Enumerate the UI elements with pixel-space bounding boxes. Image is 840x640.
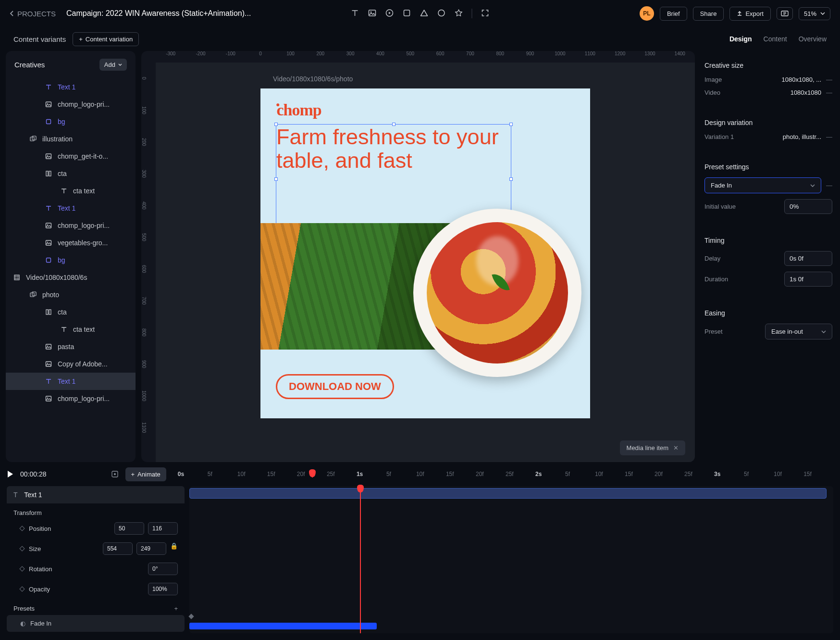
resize-handle[interactable] bbox=[392, 123, 395, 126]
brief-button[interactable]: Brief bbox=[660, 7, 687, 21]
star-tool-icon[interactable] bbox=[455, 9, 463, 18]
circle-tool-icon[interactable] bbox=[437, 9, 446, 18]
canvas-label: Video/1080x1080/6s/photo bbox=[273, 75, 353, 83]
add-preset-button[interactable]: + bbox=[174, 605, 178, 612]
properties-panel: Creative size Image1080x1080, ...— Video… bbox=[701, 51, 840, 462]
opacity-input[interactable] bbox=[148, 583, 178, 595]
initial-value-input[interactable] bbox=[784, 199, 832, 214]
upload-icon bbox=[737, 11, 742, 16]
preset-select[interactable]: Fade In bbox=[704, 177, 821, 193]
size-h-input[interactable] bbox=[136, 542, 166, 555]
tab-design[interactable]: Design bbox=[729, 35, 752, 43]
layer-row[interactable]: photo bbox=[6, 286, 136, 303]
playhead[interactable] bbox=[312, 471, 313, 477]
layer-row[interactable]: chomp_logo-pri... bbox=[6, 390, 136, 407]
layer-row[interactable]: Text 1 bbox=[6, 373, 136, 390]
remove-icon[interactable]: — bbox=[826, 133, 832, 140]
initial-value-label: Initial value bbox=[704, 203, 736, 210]
avatar[interactable]: PL bbox=[640, 6, 654, 21]
layer-row[interactable]: cta text bbox=[6, 321, 136, 338]
remove-icon[interactable]: — bbox=[826, 182, 832, 189]
rect-tool-icon[interactable] bbox=[403, 9, 411, 18]
layer-row[interactable]: bg bbox=[6, 113, 136, 130]
resize-handle[interactable] bbox=[274, 123, 278, 126]
layer-duration-track[interactable] bbox=[189, 488, 827, 499]
layer-row[interactable]: bg bbox=[6, 251, 136, 269]
image-tool-icon[interactable] bbox=[368, 9, 377, 18]
add-content-variation-button[interactable]: + Content variation bbox=[73, 32, 139, 46]
plus-icon: + bbox=[79, 36, 83, 43]
layer-row[interactable]: chomp_get-it-o... bbox=[6, 148, 136, 165]
layer-label: chomp_get-it-o... bbox=[58, 152, 108, 160]
layer-row[interactable]: pasta bbox=[6, 338, 136, 355]
layer-row[interactable]: cta text bbox=[6, 182, 136, 200]
video-tool-icon[interactable] bbox=[385, 9, 394, 18]
rotation-input[interactable] bbox=[148, 563, 178, 575]
zoom-control[interactable]: 51% bbox=[799, 7, 830, 20]
keyframe-icon[interactable] bbox=[19, 586, 25, 591]
layer-row[interactable]: Video/1080x1080/6s bbox=[6, 269, 136, 286]
pos-x-input[interactable] bbox=[114, 522, 144, 535]
preset-fadein-row[interactable]: ◐ Fade In bbox=[7, 615, 185, 632]
resize-handle[interactable] bbox=[274, 177, 278, 181]
layer-row[interactable]: Copy of Adobe... bbox=[6, 355, 136, 373]
close-icon[interactable]: ✕ bbox=[673, 444, 679, 452]
fadein-track[interactable] bbox=[189, 623, 377, 629]
timecode: 00:00:28 bbox=[20, 470, 47, 478]
layer-row[interactable]: illustration bbox=[6, 130, 136, 148]
resize-handle[interactable] bbox=[509, 123, 513, 126]
play-button[interactable] bbox=[7, 470, 13, 478]
remove-icon[interactable]: — bbox=[826, 89, 832, 96]
layer-label: cta bbox=[58, 308, 67, 316]
layer-row[interactable]: chomp_logo-pri... bbox=[6, 217, 136, 234]
duration-input[interactable] bbox=[784, 272, 832, 287]
timeline-tracks[interactable] bbox=[189, 486, 833, 633]
svg-rect-25 bbox=[46, 344, 51, 349]
canvas[interactable]: -300-200-1000100200300400500600700800900… bbox=[141, 51, 695, 462]
svg-rect-8 bbox=[47, 120, 51, 124]
video-size-label: Video bbox=[704, 89, 720, 96]
easing-select[interactable]: Ease in-out bbox=[765, 324, 832, 339]
resize-handle[interactable] bbox=[509, 177, 513, 181]
timeline: 00:00:28 + Animate 0s5f10f15f20f25f1s5f1… bbox=[0, 462, 840, 640]
layer-row[interactable]: vegetables-gro... bbox=[6, 234, 136, 251]
layer-label: chomp_logo-pri... bbox=[58, 100, 110, 108]
svg-point-32 bbox=[114, 473, 116, 475]
tab-overview[interactable]: Overview bbox=[799, 35, 827, 43]
lock-icon[interactable]: 🔒 bbox=[170, 542, 178, 555]
artboard[interactable]: chomp Farm freshness to your table, and … bbox=[260, 88, 590, 418]
timeline-layer-name[interactable]: T Text 1 bbox=[7, 486, 185, 503]
media-line-item-pill[interactable]: Media line item ✕ bbox=[620, 440, 685, 455]
layer-icon bbox=[44, 377, 53, 386]
tab-content[interactable]: Content bbox=[764, 35, 787, 43]
fullscreen-icon[interactable] bbox=[481, 9, 490, 18]
animate-button[interactable]: + Animate bbox=[125, 467, 166, 481]
layer-row[interactable]: Text 1 bbox=[6, 200, 136, 217]
layer-row[interactable]: cta bbox=[6, 303, 136, 321]
keyframe-icon[interactable] bbox=[19, 526, 25, 531]
back-to-projects[interactable]: PROJECTS bbox=[10, 10, 56, 18]
focus-icon[interactable] bbox=[111, 470, 119, 478]
keyframe-icon[interactable] bbox=[188, 614, 194, 619]
layer-icon bbox=[44, 394, 53, 403]
size-w-input[interactable] bbox=[103, 542, 133, 555]
chevron-down-icon bbox=[821, 330, 826, 333]
delay-input[interactable] bbox=[784, 251, 832, 266]
timeline-ruler[interactable]: 0s5f10f15f20f25f1s5f10f15f20f25f2s5f10f1… bbox=[178, 471, 833, 477]
share-button[interactable]: Share bbox=[693, 7, 724, 21]
keyframe-icon[interactable] bbox=[19, 546, 25, 551]
layer-row[interactable]: chomp_logo-pri... bbox=[6, 96, 136, 113]
export-button[interactable]: Export bbox=[729, 7, 771, 21]
keyframe-icon[interactable] bbox=[19, 566, 25, 571]
playhead[interactable] bbox=[360, 486, 361, 633]
layer-row[interactable]: Text 1 bbox=[6, 78, 136, 96]
pos-y-input[interactable] bbox=[148, 522, 178, 535]
layer-icon bbox=[44, 83, 53, 91]
remove-icon[interactable]: — bbox=[826, 76, 832, 83]
resize-view-button[interactable] bbox=[777, 7, 793, 20]
text-tool-icon[interactable] bbox=[351, 9, 359, 18]
layer-row[interactable]: cta bbox=[6, 165, 136, 182]
add-creative-button[interactable]: Add bbox=[99, 59, 127, 71]
triangle-tool-icon[interactable] bbox=[420, 9, 429, 18]
video-size-value: 1080x1080 bbox=[791, 89, 821, 96]
